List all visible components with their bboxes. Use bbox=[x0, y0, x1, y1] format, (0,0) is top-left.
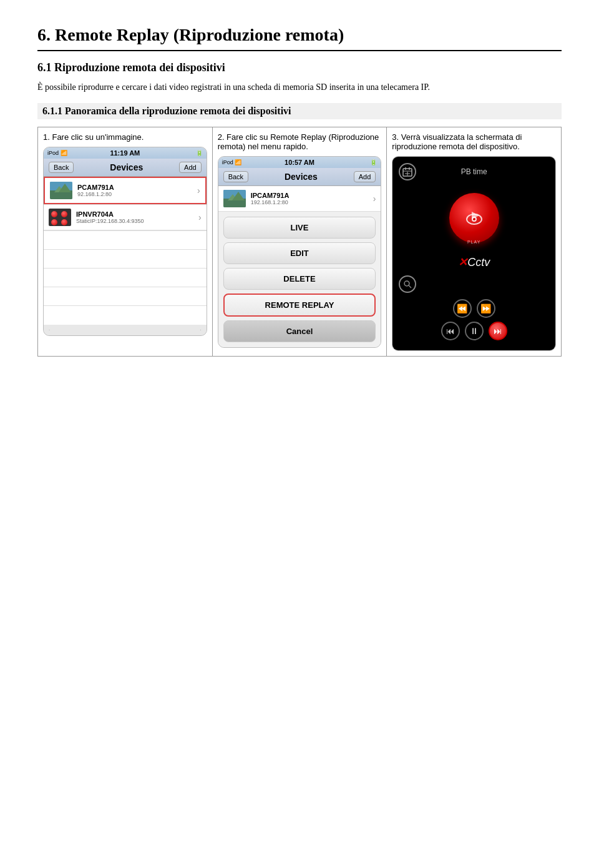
phone1-empty-row-2 bbox=[44, 250, 207, 269]
section-description: È possibile riprodurre e cercare i dati … bbox=[37, 81, 562, 94]
phone2-nav-title: Devices bbox=[285, 172, 318, 182]
phone3-mockup: PB time bbox=[392, 156, 556, 351]
phone1-device-thumb-1 bbox=[50, 182, 72, 199]
phone1-back-btn[interactable]: Back bbox=[49, 162, 74, 173]
phone3-search-row bbox=[399, 275, 549, 293]
phone2-remote-replay-btn[interactable]: REMOTE REPLAY bbox=[223, 293, 376, 317]
phone1-device-info-1: PCAM791A 92.168.1.2:80 bbox=[77, 184, 197, 197]
phone1-empty-row-5 bbox=[44, 306, 207, 325]
phone1-navbar: Back Devices Add bbox=[44, 159, 207, 177]
phone1-empty-row-4 bbox=[44, 287, 207, 306]
phone2-add-btn[interactable]: Add bbox=[354, 171, 376, 182]
phone2-back-btn[interactable]: Back bbox=[223, 171, 248, 182]
phone2-status-bar: iPod 📶 10:57 AM 🔋 bbox=[218, 157, 381, 168]
step-2-cell: 2. Fare clic su Remote Replay (Riproduzi… bbox=[212, 127, 387, 357]
phone2-device-list: IPCAM791A 192.168.1.2:80 › bbox=[218, 186, 381, 212]
phone1-device-item-2[interactable]: IPNVR704A StaticIP:192.168.30.4:9350 › bbox=[44, 205, 207, 230]
dot2 bbox=[61, 211, 67, 217]
subsection-title: 6.1.1 Panoramica della riproduzione remo… bbox=[37, 103, 562, 119]
phone3-rewind-btn[interactable]: ⏪ bbox=[453, 299, 472, 318]
phone1-device-arrow-1: › bbox=[197, 185, 200, 195]
step-3-label: 3. Verrà visualizzata la schermata di ri… bbox=[392, 132, 556, 151]
phone1-empty-row-3 bbox=[44, 269, 207, 287]
phone2-edit-btn[interactable]: EDIT bbox=[223, 242, 376, 264]
phone3-next-btn[interactable]: ⏭ bbox=[489, 322, 507, 340]
phone2-device-arrow-1: › bbox=[373, 194, 376, 204]
phone1-empty-row-1 bbox=[44, 231, 207, 250]
dot4 bbox=[61, 219, 67, 225]
phone3-controls-row-2: ⏮ ⏸ ⏭ bbox=[399, 322, 549, 340]
phone1-right-status: 🔋 bbox=[196, 150, 203, 156]
phone2-navbar: Back Devices Add bbox=[218, 168, 381, 186]
phone3-controls-row-1: ⏪ ⏩ bbox=[399, 299, 549, 318]
phone2-left-status: iPod 📶 bbox=[222, 159, 242, 165]
phone2-right-status: 🔋 bbox=[370, 159, 377, 165]
step-3-cell: 3. Verrà visualizzata la schermata di ri… bbox=[387, 127, 562, 357]
dot3 bbox=[51, 219, 57, 225]
phone3-calendar-btn[interactable] bbox=[399, 163, 416, 180]
phone3-top-row: PB time bbox=[399, 163, 549, 180]
step-1-label: 1. Fare clic su un'immagine. bbox=[43, 132, 207, 142]
phone1-device-thumb-2 bbox=[49, 209, 71, 226]
phone3-pause-btn[interactable]: ⏸ bbox=[465, 322, 484, 340]
phone2-delete-btn[interactable]: DELETE bbox=[223, 268, 376, 290]
phone1-left-status: iPod 📶 bbox=[47, 150, 67, 156]
diagram-table: 1. Fare clic su un'immagine. iPod 📶 11:1… bbox=[37, 127, 562, 357]
step-2-label: 2. Fare clic su Remote Replay (Riproduzi… bbox=[218, 132, 382, 151]
phone1-time: 11:19 AM bbox=[110, 149, 140, 157]
phone3-play-btn[interactable]: PLAY bbox=[449, 193, 499, 243]
phone1-nav-title: Devices bbox=[110, 162, 143, 172]
phone1-device-info-2: IPNVR704A StaticIP:192.168.30.4:9350 bbox=[76, 210, 198, 224]
phone2-cancel-btn[interactable]: Cancel bbox=[223, 320, 376, 342]
phone2-device-info-1: IPCAM791A 192.168.1.2:80 bbox=[251, 192, 373, 205]
phone3-brand-label: Cctv bbox=[467, 256, 490, 269]
phone2-device-item-1[interactable]: IPCAM791A 192.168.1.2:80 › bbox=[218, 186, 381, 212]
phone3-play-area: PLAY bbox=[399, 193, 549, 243]
svg-line-11 bbox=[409, 285, 411, 288]
phone1-device-name-2: IPNVR704A bbox=[76, 210, 198, 218]
phone1-device-arrow-2: › bbox=[198, 212, 202, 222]
phone3-play-label: PLAY bbox=[467, 240, 480, 244]
phone3-replay-screen: PB time bbox=[392, 157, 555, 350]
svg-point-10 bbox=[404, 281, 409, 286]
dot1 bbox=[51, 211, 57, 217]
phone3-brand: ✕Cctv bbox=[399, 255, 549, 269]
phone1-device-item-1[interactable]: PCAM791A 92.168.1.2:80 › bbox=[44, 177, 207, 204]
phone2-context-menu: LIVE EDIT DELETE REMOTE REPLAY Cancel bbox=[218, 212, 381, 347]
phone2-device-thumb-1 bbox=[223, 190, 246, 207]
phone1-device-name-1: PCAM791A bbox=[77, 184, 197, 191]
phone2-live-btn[interactable]: LIVE bbox=[223, 217, 376, 239]
phone3-fastforward-btn[interactable]: ⏩ bbox=[477, 299, 495, 318]
phone2-time: 10:57 AM bbox=[285, 159, 314, 166]
phone1-device-ip-1: 92.168.1.2:80 bbox=[77, 191, 197, 197]
phone1-add-btn[interactable]: Add bbox=[179, 162, 202, 173]
step-1-cell: 1. Fare clic su un'immagine. iPod 📶 11:1… bbox=[38, 127, 213, 357]
phone2-device-name-1: IPCAM791A bbox=[251, 192, 373, 199]
section-title: 6.1 Riproduzione remota dei dispositivi bbox=[37, 61, 562, 74]
phone1-mockup: iPod 📶 11:19 AM 🔋 Back Devices Add bbox=[43, 147, 207, 336]
phone3-x-mark: ✕ bbox=[458, 256, 467, 269]
phone2-device-ip-1: 192.168.1.2:80 bbox=[251, 199, 373, 205]
phone1-bottom-dots: ·· bbox=[44, 325, 207, 335]
phone3-search-btn[interactable] bbox=[399, 275, 416, 293]
phone1-status-bar: iPod 📶 11:19 AM 🔋 bbox=[44, 147, 207, 159]
phone3-pb-time: PB time bbox=[461, 167, 487, 176]
phone1-device-ip-2: StaticIP:192.168.30.4:9350 bbox=[76, 218, 198, 224]
phone3-prev-btn[interactable]: ⏮ bbox=[441, 322, 460, 340]
phone1-device-list: PCAM791A 92.168.1.2:80 › bbox=[44, 177, 207, 325]
phone2-mockup: iPod 📶 10:57 AM 🔋 Back Devices Add bbox=[218, 156, 382, 348]
page-title: 6. Remote Replay (Riproduzione remota) bbox=[37, 25, 562, 51]
